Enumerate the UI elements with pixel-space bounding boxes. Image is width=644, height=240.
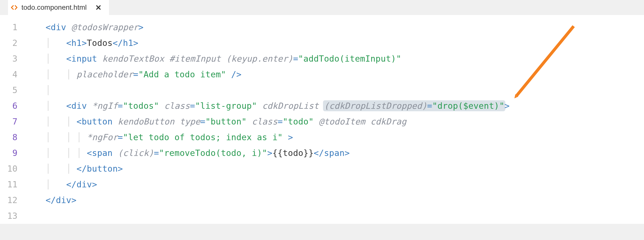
line-number: 8 xyxy=(0,130,25,145)
code-line: 8 │ │ │ *ngFor="let todo of todos; index… xyxy=(0,130,644,145)
line-number: 2 xyxy=(0,35,25,51)
line-number: 6 xyxy=(0,98,25,114)
line-number: 3 xyxy=(0,51,25,66)
line-number: 13 xyxy=(0,208,25,224)
code-content: │ │ │ *ngFor="let todo of todos; index a… xyxy=(25,130,293,145)
code-line: 12 </div> xyxy=(0,192,644,208)
line-number: 12 xyxy=(0,192,25,208)
line-number: 9 xyxy=(0,145,25,161)
code-content: │ <div *ngIf="todos" class="list-group" … xyxy=(25,98,510,114)
tab-filename: todo.component.html xyxy=(22,4,87,12)
highlighted-code: (cdkDropListDropped)="drop($event)" xyxy=(323,100,505,111)
code-content: │ │ <button kendoButton type="button" cl… xyxy=(25,114,406,130)
code-content: │ <input kendoTextBox #itemInput (keyup.… xyxy=(25,51,401,66)
line-number: 5 xyxy=(0,82,25,98)
code-line: 3 │ <input kendoTextBox #itemInput (keyu… xyxy=(0,51,644,66)
code-content: │ <h1>Todos</h1> xyxy=(25,35,138,51)
code-line: 11 │ </div> xyxy=(0,177,644,192)
code-content: │ │ │ <span (click)="removeTodo(todo, i)… xyxy=(25,145,350,161)
code-content: │ </div> xyxy=(25,177,97,192)
tab-bar: todo.component.html ✕ xyxy=(0,0,644,15)
code-content: </div> xyxy=(25,192,76,208)
line-number: 11 xyxy=(0,177,25,192)
code-line: 7 │ │ <button kendoButton type="button" … xyxy=(0,114,644,130)
code-line: 1 <div @todosWrapper> xyxy=(0,20,644,35)
code-content: <div @todosWrapper> xyxy=(25,20,144,35)
line-number: 4 xyxy=(0,66,25,82)
code-line: 4 │ │ placeholder="Add a todo item" /> xyxy=(0,66,644,82)
line-number: 1 xyxy=(0,20,25,35)
line-number: 7 xyxy=(0,114,25,130)
code-content: │ xyxy=(25,82,51,98)
code-content: │ │ </button> xyxy=(25,161,123,177)
code-file-icon xyxy=(10,4,18,11)
code-line: 10 │ │ </button> xyxy=(0,161,644,177)
line-number: 10 xyxy=(0,161,25,177)
file-tab[interactable]: todo.component.html ✕ xyxy=(8,0,109,15)
code-line: 5 │ xyxy=(0,82,644,98)
code-content: │ │ placeholder="Add a todo item" /> xyxy=(25,66,242,82)
code-line: 2 │ <h1>Todos</h1> xyxy=(0,35,644,51)
close-icon[interactable]: ✕ xyxy=(95,3,102,12)
code-line: 6 │ <div *ngIf="todos" class="list-group… xyxy=(0,98,644,114)
code-editor[interactable]: 1 <div @todosWrapper> 2 │ <h1>Todos</h1>… xyxy=(0,15,644,224)
code-line: 13 xyxy=(0,208,644,224)
code-line: 9 │ │ │ <span (click)="removeTodo(todo, … xyxy=(0,145,644,161)
